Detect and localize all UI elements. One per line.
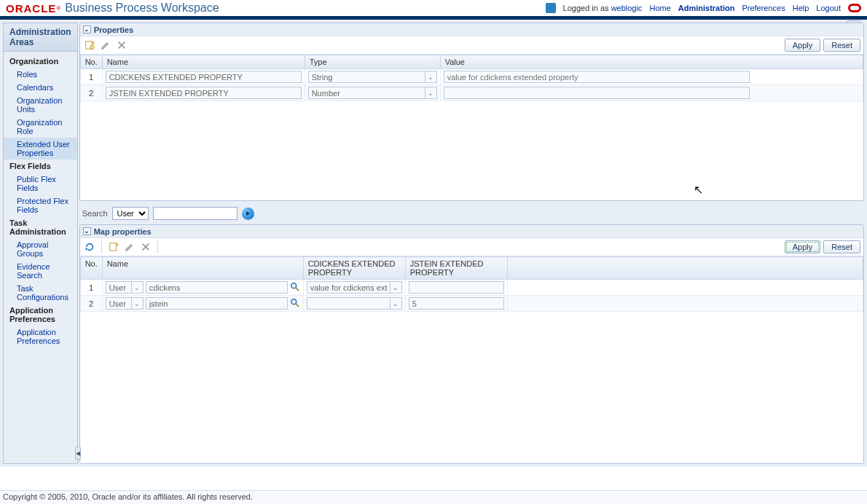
- map-title: Map properties: [94, 227, 152, 236]
- properties-apply-button[interactable]: Apply: [785, 39, 821, 52]
- identity-type-select[interactable]: User⌄: [106, 281, 144, 294]
- chevron-down-icon[interactable]: ⌄: [131, 298, 143, 309]
- lookup-icon[interactable]: [290, 298, 300, 310]
- svg-point-2: [90, 45, 94, 49]
- prop-type-select[interactable]: String⌄: [308, 71, 437, 83]
- logged-in-text: Logged in as weblogic: [563, 4, 643, 12]
- nav-preferences[interactable]: Preferences: [742, 4, 785, 12]
- nav-administration[interactable]: Administration: [678, 4, 735, 12]
- col-name[interactable]: Name: [102, 257, 303, 280]
- search-row: Search User: [82, 207, 864, 220]
- sidebar-collapse-icon[interactable]: ◀: [75, 446, 81, 460]
- svg-point-8: [291, 299, 296, 304]
- prop-value-input[interactable]: [444, 87, 750, 99]
- chevron-down-icon[interactable]: ⌄: [425, 87, 436, 98]
- col-name[interactable]: Name: [102, 55, 305, 69]
- map-apply-button[interactable]: Apply: [785, 240, 821, 253]
- sidebar-group-flex-fields: Flex Fields: [4, 160, 77, 173]
- sidebar-body: Organization Roles Calendars Organizatio…: [4, 52, 77, 463]
- chevron-down-icon[interactable]: ⌄: [390, 298, 401, 309]
- edit-icon[interactable]: [123, 240, 136, 253]
- sidebar-item-extended-user-properties[interactable]: Extended User Properties: [4, 138, 77, 160]
- search-type-select[interactable]: User: [112, 207, 149, 220]
- search-go-icon[interactable]: [242, 208, 254, 220]
- properties-header: ⌄ Properties: [80, 23, 863, 36]
- chevron-down-icon[interactable]: ⌄: [131, 282, 143, 293]
- table-row: 1 String⌄: [80, 69, 863, 85]
- cdickens-value-select[interactable]: ⌄: [307, 297, 402, 310]
- user-link[interactable]: weblogic: [611, 4, 643, 12]
- properties-reset-button[interactable]: Reset: [823, 39, 860, 52]
- svg-marker-3: [85, 248, 88, 251]
- nav-home[interactable]: Home: [649, 4, 670, 12]
- sidebar-item-org-units[interactable]: Organization Units: [4, 94, 77, 116]
- top-bar: ORACLE ® Business Process Workspace Logg…: [0, 0, 867, 18]
- new-icon[interactable]: [83, 39, 96, 52]
- prop-type-select[interactable]: Number⌄: [308, 87, 437, 99]
- sidebar-item-org-role[interactable]: Organization Role: [4, 116, 77, 138]
- svg-point-6: [291, 283, 296, 288]
- sidebar-item-evidence-search[interactable]: Evidence Search: [4, 260, 77, 282]
- prop-name-input[interactable]: [106, 71, 302, 83]
- jstein-value-input[interactable]: [409, 297, 504, 310]
- row-no: 1: [80, 69, 102, 85]
- edit-icon[interactable]: [99, 39, 112, 52]
- col-no[interactable]: No.: [80, 257, 102, 280]
- refresh-icon[interactable]: [83, 240, 96, 253]
- map-table: No. Name CDICKENS EXTENDED PROPERTY JSTE…: [80, 256, 863, 312]
- sidebar: Administration Areas Organization Roles …: [3, 23, 78, 464]
- jstein-value-input[interactable]: [409, 281, 504, 294]
- search-input[interactable]: [153, 207, 238, 220]
- sidebar-item-roles[interactable]: Roles: [4, 68, 77, 81]
- map-toolbar: Apply Reset: [80, 238, 863, 256]
- row-no: 1: [80, 280, 102, 296]
- chevron-down-icon[interactable]: ⌄: [390, 282, 401, 293]
- row-no: 2: [80, 296, 102, 312]
- search-label: Search: [82, 209, 108, 218]
- nav-logout[interactable]: Logout: [816, 4, 841, 12]
- svg-marker-5: [116, 243, 118, 245]
- sidebar-item-calendars[interactable]: Calendars: [4, 81, 77, 94]
- user-icon: [546, 3, 556, 13]
- svg-line-9: [296, 303, 299, 306]
- row-no: 2: [80, 85, 102, 101]
- cdickens-value-select[interactable]: value for cdickens ext⌄: [307, 281, 402, 294]
- sidebar-item-approval-groups[interactable]: Approval Groups: [4, 238, 77, 260]
- lookup-icon[interactable]: [290, 282, 300, 294]
- map-reset-button[interactable]: Reset: [823, 240, 860, 253]
- main-area: ◀ ⌄ Properties Apply Reset: [79, 23, 864, 464]
- sidebar-group-organization: Organization: [4, 55, 77, 68]
- table-row: 2 Number⌄: [80, 85, 863, 101]
- sidebar-item-task-config[interactable]: Task Configurations: [4, 282, 77, 304]
- col-value[interactable]: Value: [440, 55, 863, 69]
- identity-name-input[interactable]: [146, 297, 288, 310]
- disclose-icon[interactable]: ⌄: [83, 25, 91, 34]
- sidebar-item-public-flex[interactable]: Public Flex Fields: [4, 173, 77, 194]
- col-jstein[interactable]: JSTEIN EXTENDED PROPERTY: [405, 257, 507, 280]
- svg-rect-4: [109, 243, 116, 251]
- properties-panel: ⌄ Properties Apply Reset: [79, 23, 864, 201]
- col-no[interactable]: No.: [80, 55, 102, 69]
- col-cdickens[interactable]: CDICKENS EXTENDED PROPERTY: [303, 257, 405, 280]
- properties-title: Properties: [94, 25, 133, 34]
- new-icon[interactable]: [107, 240, 120, 253]
- svg-marker-1: [92, 42, 94, 44]
- disclose-icon[interactable]: ⌄: [83, 227, 91, 235]
- col-blank: [507, 257, 863, 280]
- nav-help[interactable]: Help: [793, 4, 809, 12]
- chevron-down-icon[interactable]: ⌄: [425, 71, 436, 82]
- delete-icon[interactable]: [139, 240, 152, 253]
- app-title: Business Process Workspace: [65, 1, 219, 15]
- identity-type-select[interactable]: User⌄: [106, 297, 144, 310]
- table-row: 1 User⌄: [80, 280, 863, 296]
- delete-icon[interactable]: [115, 39, 128, 52]
- map-header: ⌄ Map properties: [80, 225, 863, 238]
- sidebar-title: Administration Areas: [4, 23, 77, 52]
- sidebar-item-app-prefs[interactable]: Application Preferences: [4, 326, 77, 347]
- sidebar-group-app-prefs: Application Preferences: [4, 304, 77, 326]
- prop-value-input[interactable]: [444, 71, 750, 83]
- identity-name-input[interactable]: [146, 281, 288, 294]
- sidebar-item-protected-flex[interactable]: Protected Flex Fields: [4, 194, 77, 216]
- col-type[interactable]: Type: [305, 55, 440, 69]
- prop-name-input[interactable]: [106, 87, 302, 99]
